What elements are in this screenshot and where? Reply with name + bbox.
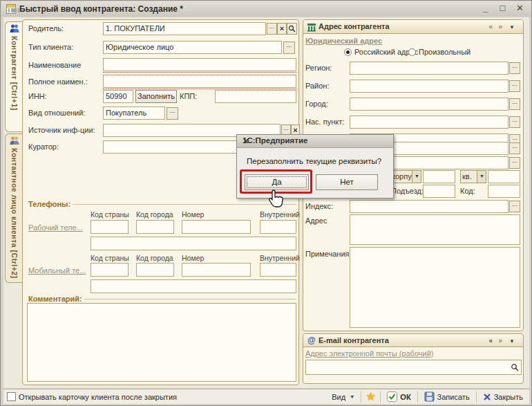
- work-ext-field[interactable]: [260, 220, 296, 234]
- email-search-button[interactable]: [509, 361, 520, 373]
- settlement-field[interactable]: [350, 116, 509, 129]
- work-number-field[interactable]: [182, 220, 251, 234]
- postal-index-select-button[interactable]: [509, 201, 520, 212]
- maximize-icon[interactable]: □: [497, 3, 508, 15]
- mobile-col-ext: Внутренний: [260, 254, 300, 262]
- comment-textarea[interactable]: [27, 303, 296, 382]
- district-field[interactable]: [350, 80, 509, 93]
- dialog-message: Перезаполнить текущие реквизиты?: [247, 157, 381, 165]
- tab-contractor[interactable]: Контрагент [Ctrl+1]: [5, 21, 23, 132]
- korpus-dropdown-icon[interactable]: [412, 171, 421, 183]
- radio-custom-address[interactable]: [408, 48, 416, 56]
- title-bar[interactable]: Быстрый ввод контрагента: Создание * _ □…: [1, 1, 532, 17]
- kv-select[interactable]: кв.: [460, 170, 486, 183]
- address-textarea[interactable]: [350, 214, 520, 245]
- name-label: Наименование: [28, 61, 81, 69]
- close-form-button-label: Закрыть: [494, 393, 523, 401]
- view-button[interactable]: Вид: [330, 393, 357, 401]
- parent-field[interactable]: 1. ПОКУПАТЕЛИ: [103, 22, 266, 35]
- email-panel-title: E-mail контрагента: [319, 336, 389, 344]
- work-phone-link[interactable]: Рабочий теле...: [28, 223, 83, 232]
- korpus-select[interactable]: корпус: [390, 170, 421, 183]
- mobile-ext-field[interactable]: [260, 263, 296, 277]
- email-collapse-right-icon[interactable]: »: [498, 337, 502, 344]
- parent-open-button[interactable]: [287, 23, 297, 35]
- relation-field[interactable]: Покупатель: [103, 107, 165, 120]
- entrance-field[interactable]: [423, 185, 455, 198]
- kpp-field[interactable]: [215, 90, 296, 103]
- mobile-phone-presentation-field[interactable]: [91, 279, 296, 293]
- city-select-button[interactable]: [509, 98, 520, 110]
- tab-contractor-label: Контрагент [Ctrl+1]: [10, 36, 19, 111]
- work-phone-presentation-field[interactable]: [91, 237, 296, 250]
- tab-contact-person[interactable]: Контактное лицо клиента [Ctrl+2]: [5, 133, 23, 283]
- client-type-field[interactable]: Юридическое лицо: [103, 41, 282, 54]
- no-button[interactable]: Нет: [316, 174, 378, 190]
- address-text-label: Адрес: [305, 216, 327, 225]
- region-field[interactable]: [350, 62, 509, 75]
- settlement-select-button[interactable]: [509, 116, 520, 128]
- collapse-right-icon[interactable]: »: [498, 23, 502, 30]
- view-button-label: Вид: [332, 393, 345, 401]
- region-select-button[interactable]: [509, 62, 520, 74]
- door-code-label: Код:: [460, 187, 475, 195]
- notes-textarea[interactable]: [350, 247, 520, 328]
- close-icon[interactable]: ✕: [515, 3, 525, 15]
- street-select-button[interactable]: [509, 142, 520, 154]
- relation-select-button[interactable]: [167, 107, 178, 120]
- name-field[interactable]: [103, 58, 296, 71]
- panel-menu-icon[interactable]: [509, 23, 515, 30]
- save-button[interactable]: Записать: [422, 391, 472, 402]
- email-collapse-left-icon[interactable]: «: [488, 337, 493, 344]
- open-card-checkbox-label[interactable]: Открывать карточку клиента после закрыти…: [19, 393, 177, 401]
- dialog-close-icon[interactable]: ✕: [243, 136, 390, 146]
- inn-field[interactable]: 50990: [103, 90, 133, 103]
- door-code-field[interactable]: [488, 185, 520, 198]
- source-label: Источник инф-ции:: [28, 126, 95, 134]
- dialog-title-bar[interactable]: 1С:Предприятие ✕: [237, 135, 393, 148]
- minimize-icon[interactable]: _: [480, 3, 491, 15]
- favorites-star-icon[interactable]: ★: [365, 389, 376, 404]
- city-field[interactable]: [350, 98, 509, 111]
- open-card-checkbox[interactable]: [7, 392, 16, 401]
- full-name-field[interactable]: [103, 75, 296, 88]
- radio-russian-address[interactable]: [344, 48, 352, 56]
- kv-dropdown-icon[interactable]: [477, 171, 486, 183]
- email-panel-menu-icon[interactable]: [509, 337, 515, 344]
- postal-index-field[interactable]: [350, 200, 509, 213]
- address-panel-header[interactable]: Адрес контрагента « »: [303, 20, 523, 34]
- phones-group-label: Телефоны:: [28, 200, 73, 208]
- address-panel-title: Адрес контрагента: [319, 22, 390, 30]
- email-address-link[interactable]: Адрес электронной почты (рабочий): [305, 349, 433, 358]
- parent-label: Родитель:: [28, 24, 64, 33]
- district-select-button[interactable]: [509, 80, 520, 92]
- collapse-left-icon[interactable]: «: [488, 23, 493, 30]
- house-select-button[interactable]: [509, 157, 520, 169]
- work-col-number: Номер: [182, 210, 204, 219]
- legal-address-link[interactable]: Юридический адрес: [305, 37, 382, 45]
- kv-field[interactable]: [488, 170, 520, 183]
- mobile-country-field[interactable]: [91, 263, 129, 277]
- work-country-field[interactable]: [91, 220, 129, 234]
- korpus-field[interactable]: [423, 170, 455, 183]
- window-title: Быстрый ввод контрагента: Создание *: [19, 4, 183, 14]
- radio-custom-label[interactable]: Произвольный: [419, 48, 471, 56]
- email-field[interactable]: [305, 360, 522, 375]
- mobile-city-field[interactable]: [136, 263, 174, 277]
- client-type-select-button[interactable]: [283, 41, 295, 54]
- app-window: Быстрый ввод контрагента: Создание * _ □…: [0, 0, 532, 406]
- work-city-field[interactable]: [136, 220, 174, 234]
- parent-select-button[interactable]: [267, 23, 277, 35]
- magnifier-icon: [288, 25, 296, 33]
- save-button-label: Записать: [437, 393, 470, 401]
- fill-button[interactable]: Заполнить: [135, 90, 177, 103]
- email-panel-header[interactable]: @ E-mail контрагента « »: [303, 334, 523, 347]
- ok-button[interactable]: ОК: [385, 391, 412, 402]
- close-form-button[interactable]: Закрыть: [481, 393, 525, 401]
- phones-group-line: [70, 204, 296, 205]
- mobile-phone-link[interactable]: Мобильный те...: [28, 266, 86, 275]
- people-blue-icon: [10, 24, 19, 33]
- mobile-number-field[interactable]: [182, 263, 251, 277]
- parent-clear-button[interactable]: [277, 23, 287, 35]
- comment-group-label: Комментарий:: [28, 295, 84, 303]
